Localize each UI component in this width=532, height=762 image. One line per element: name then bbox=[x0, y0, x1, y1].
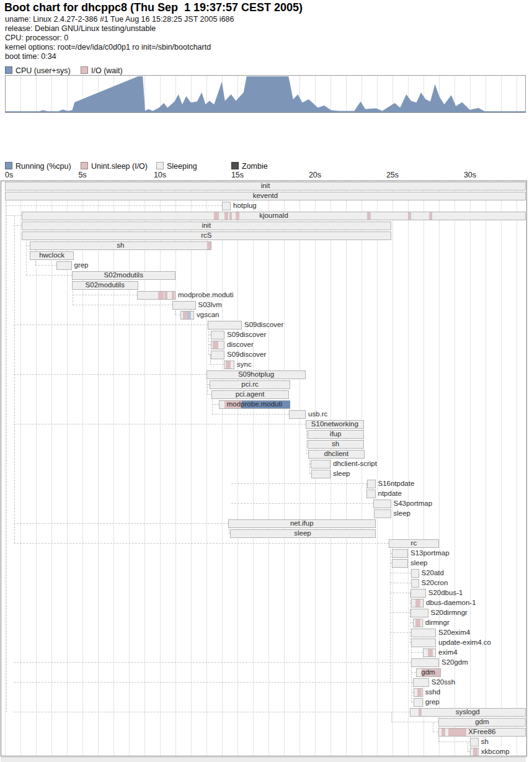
process-bar bbox=[366, 490, 376, 498]
process-label: S03lvm bbox=[198, 301, 222, 309]
tree-connector-horizontal bbox=[433, 732, 438, 732]
process-bar: S09hotplug bbox=[206, 370, 306, 379]
process-label: sleep bbox=[231, 529, 375, 537]
time-tick-label: 5s bbox=[78, 171, 86, 179]
gantt-gridline bbox=[315, 181, 316, 756]
tree-connector-horizontal bbox=[175, 315, 180, 315]
process-bar bbox=[414, 698, 423, 707]
gantt-gridline bbox=[160, 181, 161, 756]
running-legend-label: Running (%cpu) bbox=[16, 162, 71, 171]
process-bar bbox=[392, 559, 408, 568]
io-wait-segment bbox=[158, 292, 164, 299]
unint-sleep-legend-item: Unint.sleep (I/O) bbox=[81, 162, 148, 170]
gantt-gridline bbox=[144, 181, 145, 756]
io-legend-label: I/O (wait) bbox=[91, 66, 123, 75]
process-label: pci.agent bbox=[212, 390, 288, 398]
process-label: sync bbox=[237, 361, 252, 369]
process-bar bbox=[367, 480, 376, 488]
process-bar bbox=[211, 331, 224, 339]
process-label: init bbox=[6, 182, 525, 190]
cpu-usage-chart bbox=[5, 75, 526, 113]
tree-connector-horizontal bbox=[26, 275, 72, 276]
process-bar: hwclock bbox=[30, 251, 74, 260]
process-bar: ifup bbox=[308, 430, 364, 439]
process-label: S20dbus-1 bbox=[428, 589, 463, 597]
io-wait-segment bbox=[415, 619, 420, 627]
process-bar: sh bbox=[30, 241, 211, 250]
tree-connector-vertical bbox=[26, 236, 27, 276]
process-bar: init bbox=[22, 222, 391, 230]
tree-connector-vertical bbox=[306, 424, 307, 454]
process-label: vgscan bbox=[197, 311, 219, 319]
io-legend-item: I/O (wait) bbox=[81, 66, 123, 74]
bootchart-image: Boot chart for dhcppc8 (Thu Sep 1 19:37:… bbox=[0, 0, 532, 762]
process-bar bbox=[411, 599, 423, 607]
time-tick-label: 0s bbox=[5, 171, 13, 179]
process-label: S09discover bbox=[244, 321, 283, 329]
process-bar bbox=[172, 301, 196, 310]
process-bar: gdm bbox=[416, 668, 441, 677]
gantt-gridline bbox=[299, 181, 300, 756]
tree-connector-horizontal bbox=[212, 404, 219, 405]
zombie-swatch-icon bbox=[231, 162, 239, 169]
process-bar bbox=[411, 569, 419, 578]
gantt-gridline bbox=[36, 181, 37, 756]
boot-time-line: boot time: 0:34 bbox=[5, 52, 56, 61]
process-bar bbox=[411, 579, 419, 588]
gantt-gridline bbox=[98, 181, 99, 756]
process-label: S20ssh bbox=[432, 678, 455, 686]
process-label: xkbcomp bbox=[481, 748, 510, 756]
process-bar: S10networking bbox=[306, 420, 364, 429]
time-tick-label: 10s bbox=[154, 171, 166, 179]
process-bar bbox=[311, 460, 331, 468]
gantt-gridline bbox=[191, 181, 192, 756]
tree-connector-horizontal bbox=[14, 712, 410, 712]
tree-connector-horizontal bbox=[231, 483, 367, 484]
process-bar bbox=[311, 470, 330, 478]
gantt-gridline bbox=[470, 181, 471, 756]
clipped-next-row bbox=[1, 757, 526, 762]
process-label: S09discover bbox=[227, 331, 266, 339]
process-label: dirmngr bbox=[425, 619, 450, 627]
process-label: S20atd bbox=[422, 569, 444, 577]
process-label: S43portmap bbox=[394, 500, 433, 508]
process-bar: modprobe.moduti bbox=[219, 400, 290, 409]
process-label: rc bbox=[389, 539, 438, 547]
io-wait-segment bbox=[213, 341, 218, 349]
process-label: S02modutils bbox=[73, 281, 138, 289]
process-bar bbox=[180, 311, 195, 320]
io-wait-segment bbox=[473, 748, 477, 756]
process-label: kjournald bbox=[22, 212, 525, 220]
process-label: sleep bbox=[333, 470, 350, 478]
tree-connector-horizontal bbox=[73, 295, 137, 295]
running-segment bbox=[187, 312, 191, 319]
gantt-gridline bbox=[51, 181, 52, 756]
gantt-legend: Running (%cpu) Unint.sleep (I/O) Sleepin… bbox=[0, 162, 532, 170]
gantt-gridline bbox=[377, 181, 378, 756]
process-bar bbox=[413, 619, 423, 627]
tree-connector-horizontal bbox=[390, 612, 410, 613]
running-legend-item: Running (%cpu) bbox=[5, 162, 71, 170]
sleeping-swatch-icon bbox=[156, 162, 164, 169]
gantt-gridline bbox=[330, 181, 331, 756]
gantt-gridline bbox=[454, 181, 455, 756]
process-bar: dhclient bbox=[308, 450, 365, 459]
tree-connector-horizontal bbox=[14, 225, 22, 226]
tree-connector-horizontal bbox=[6, 205, 222, 206]
process-label: ifup bbox=[308, 430, 363, 438]
tree-connector-horizontal bbox=[25, 245, 30, 246]
process-label: hotplug bbox=[233, 202, 257, 210]
io-swatch-icon bbox=[81, 162, 88, 169]
process-bar bbox=[137, 291, 176, 300]
unint-sleep-legend-label: Unint.sleep (I/O) bbox=[91, 162, 148, 171]
time-tick-label: 15s bbox=[231, 171, 244, 179]
tree-connector-vertical bbox=[14, 216, 15, 544]
process-label: sleep bbox=[410, 559, 428, 567]
process-label: S13portmap bbox=[410, 549, 450, 557]
gantt-gridline bbox=[284, 181, 285, 756]
io-swatch-icon bbox=[81, 66, 88, 74]
process-label: sleep bbox=[394, 509, 411, 518]
process-bar: kjournald bbox=[22, 212, 526, 220]
process-label: sh bbox=[481, 738, 489, 746]
process-bar: keventd bbox=[5, 192, 526, 200]
